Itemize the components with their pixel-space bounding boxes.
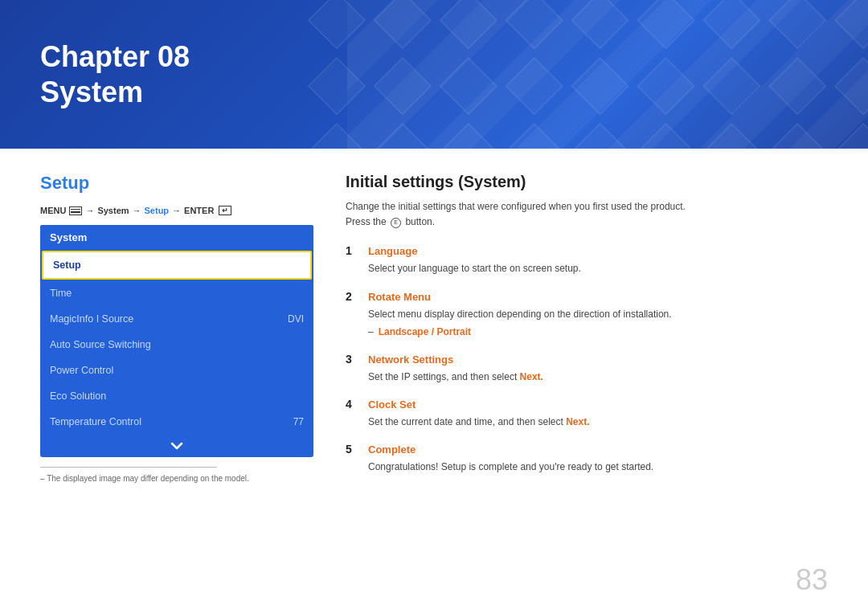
step-4-body: Set the current date and time, and then … [346,415,828,430]
menu-item-eco-solution-label: Eco Solution [50,390,106,402]
step-5-number: 5 [346,443,355,456]
step-2-body: Select menu display direction depending … [346,307,828,340]
step-2-number: 2 [346,290,355,303]
menu-item-auto-source-label: Auto Source Switching [50,339,151,350]
step-1-body: Select your language to start the on scr… [346,261,828,276]
menu-item-magicinfo-value: DVI [288,313,304,325]
system-menu-header: System [40,225,313,250]
menu-text: MENU [40,206,66,215]
description-line2: Press the [346,216,387,227]
breadcrumb-setup: Setup [145,206,170,215]
step-2-sub: Landscape / Portrait [368,325,828,340]
step-2-sub-label: Landscape / Portrait [379,325,471,340]
menu-chevron[interactable] [40,435,313,457]
footnote: – The displayed image may differ dependi… [40,474,313,483]
step-4: 4 Clock Set Set the current date and tim… [346,398,828,430]
description-line3: button. [405,216,435,227]
section-title: Setup [40,173,313,194]
step-1-name: Language [368,245,417,257]
step-5-name: Complete [368,443,416,456]
step-2-header: 2 Rotate Menu [346,290,828,303]
left-column: Setup MENU → System → Setup → ENTER ↵ Sy… [40,173,313,597]
menu-item-setup[interactable]: Setup [42,251,312,280]
step-4-header: 4 Clock Set [346,398,828,411]
step-2-name: Rotate Menu [368,291,431,303]
menu-icon [69,206,82,215]
menu-item-time[interactable]: Time [40,280,313,306]
step-3-header: 3 Network Settings [346,353,828,366]
divider-line [40,467,217,468]
breadcrumb: MENU → System → Setup → ENTER ↵ [40,206,313,215]
menu-item-power-control-label: Power Control [50,365,113,376]
step-1: 1 Language Select your language to start… [346,244,828,276]
step-3-number: 3 [346,353,355,366]
diamond-pattern [304,0,868,149]
breadcrumb-arrow3: → [172,206,181,215]
menu-item-magicinfo-label: MagicInfo I Source [50,313,133,325]
menu-item-temp-control-label: Temperature Control [50,416,141,427]
menu-item-magicinfo[interactable]: MagicInfo I Source DVI [40,306,313,332]
chapter-label: Chapter 08 [40,39,190,74]
step-4-number: 4 [346,398,355,411]
svg-rect-2 [304,0,868,149]
header-banner: Chapter 08 System [0,0,868,149]
menu-item-temp-control[interactable]: Temperature Control 77 [40,409,313,435]
enter-icon: ↵ [219,206,231,215]
main-content: Setup MENU → System → Setup → ENTER ↵ Sy… [0,149,868,613]
right-column: Initial settings (System) Change the ini… [346,173,828,597]
system-menu: System Setup Time MagicInfo I Source DVI… [40,225,313,457]
step-5-header: 5 Complete [346,443,828,456]
step-3-body: Set the IP settings, and then select Nex… [346,370,828,385]
step-3-name: Network Settings [368,353,453,366]
step-4-highlight: Next. [566,416,589,427]
right-title: Initial settings (System) [346,173,828,191]
step-1-number: 1 [346,244,355,257]
header-title: Chapter 08 System [40,39,190,108]
system-label: System [40,75,190,109]
menu-item-power-control[interactable]: Power Control [40,358,313,383]
right-description: Change the initial settings that were co… [346,199,828,230]
page-number: 83 [796,563,828,597]
menu-item-setup-label: Setup [53,260,81,271]
breadcrumb-arrow1: → [85,206,94,215]
step-4-name: Clock Set [368,398,416,411]
step-5-body: Congratulations! Setup is complete and y… [346,460,828,475]
enter-text: ENTER [184,206,214,215]
step-5: 5 Complete Congratulations! Setup is com… [346,443,828,475]
menu-item-eco-solution[interactable]: Eco Solution [40,383,313,409]
step-3-highlight: Next. [520,371,543,382]
button-circle-icon: E [391,218,401,228]
menu-item-temp-control-value: 77 [293,416,304,427]
step-2: 2 Rotate Menu Select menu display direct… [346,290,828,340]
menu-item-auto-source[interactable]: Auto Source Switching [40,332,313,358]
breadcrumb-arrow2: → [133,206,141,215]
step-3: 3 Network Settings Set the IP settings, … [346,353,828,385]
description-line1: Change the initial settings that were co… [346,201,686,212]
breadcrumb-system: System [97,206,129,215]
menu-item-time-label: Time [50,288,72,299]
step-1-header: 1 Language [346,244,828,257]
